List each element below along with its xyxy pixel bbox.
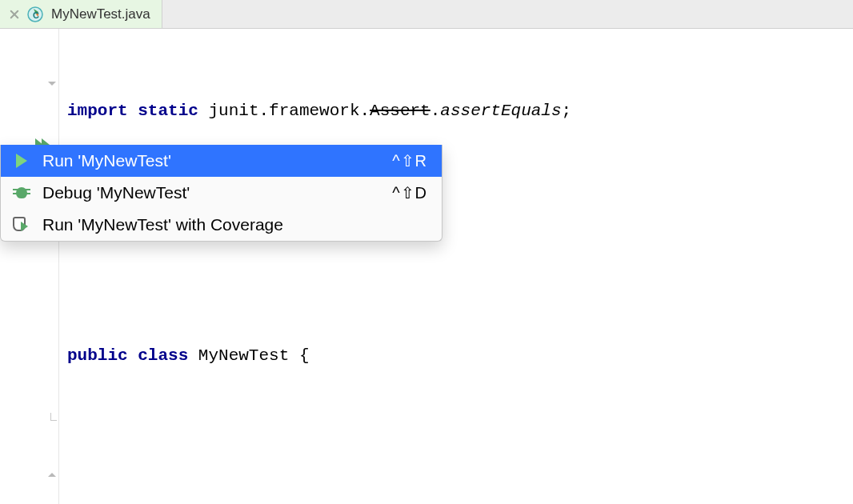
fold-end-icon [50, 413, 57, 421]
bug-icon [12, 184, 31, 202]
coverage-icon [12, 216, 31, 234]
svg-text:C: C [33, 10, 39, 20]
menu-item-debug[interactable]: Debug 'MyNewTest' ^⇧D [1, 177, 442, 209]
fold-expand-end-icon[interactable] [48, 473, 56, 477]
editor-area: import static junit.framework.Assert.ass… [0, 29, 853, 504]
code-line: import static junit.framework.Assert.ass… [59, 98, 853, 125]
code-line: public class MyNewTest { [59, 342, 853, 370]
menu-item-coverage[interactable]: Run 'MyNewTest' with Coverage [1, 209, 442, 241]
class-file-icon: C [27, 6, 43, 22]
tab-filename: MyNewTest.java [51, 6, 150, 22]
code-line [59, 261, 853, 288]
menu-item-shortcut: ^⇧R [392, 151, 427, 170]
menu-item-label: Debug 'MyNewTest' [42, 183, 381, 202]
menu-item-run[interactable]: Run 'MyNewTest' ^⇧R [1, 145, 442, 177]
code-line [59, 424, 853, 451]
menu-item-shortcut: ^⇧D [392, 183, 427, 202]
menu-item-label: Run 'MyNewTest' [42, 151, 381, 170]
gutter [0, 29, 59, 504]
close-icon[interactable] [10, 10, 19, 19]
tab-mynewtest[interactable]: C MyNewTest.java [0, 0, 162, 28]
fold-collapse-icon[interactable] [48, 82, 56, 86]
menu-item-label: Run 'MyNewTest' with Coverage [42, 215, 416, 234]
run-context-menu: Run 'MyNewTest' ^⇧R Debug 'MyNewTest' ^⇧… [0, 145, 443, 242]
run-icon [12, 152, 31, 170]
code-area[interactable]: import static junit.framework.Assert.ass… [59, 29, 853, 504]
tab-bar: C MyNewTest.java [0, 0, 853, 29]
